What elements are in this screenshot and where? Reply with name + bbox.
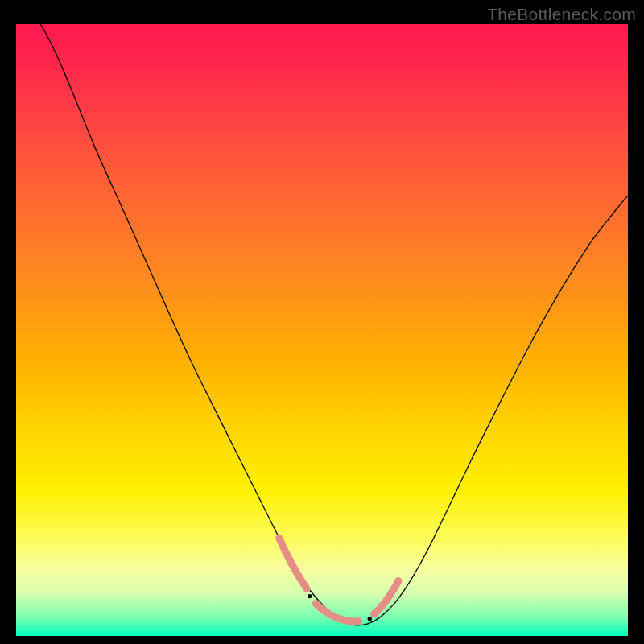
curve-layer [16, 24, 628, 636]
min-band-right [374, 581, 398, 614]
min-band-left [279, 538, 307, 588]
watermark-text: TheBottleneck.com [487, 5, 636, 24]
band-dot [368, 617, 372, 621]
plot-area [16, 24, 628, 636]
band-dot [308, 594, 312, 598]
chart-frame: TheBottleneck.com [0, 0, 644, 644]
bottleneck-curve [40, 24, 628, 625]
min-band-mid [316, 604, 358, 621]
